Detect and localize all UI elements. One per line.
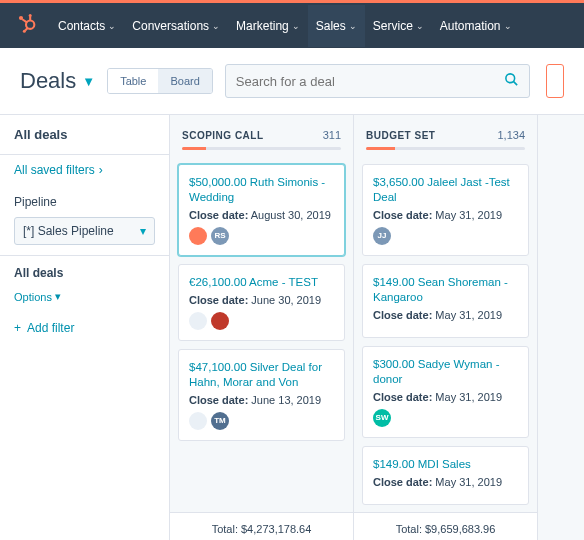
nav-service[interactable]: Service⌄ (365, 5, 432, 47)
top-nav: Contacts⌄Conversations⌄Marketing⌄Sales⌄S… (0, 0, 584, 48)
svg-line-8 (513, 81, 517, 85)
avatar: SW (373, 409, 391, 427)
nav-conversations[interactable]: Conversations⌄ (124, 5, 228, 47)
pipeline-select[interactable]: [*] Sales Pipeline ▾ (14, 217, 155, 245)
svg-point-4 (29, 14, 32, 17)
chevron-down-icon: ▾ (140, 224, 146, 238)
svg-point-6 (23, 30, 26, 33)
all-saved-filters-link[interactable]: All saved filters › (0, 155, 169, 185)
deal-card[interactable]: $50,000.00 Ruth Simonis - WeddingClose d… (178, 164, 345, 256)
column-count: 311 (323, 129, 341, 141)
chevron-right-icon: › (99, 163, 103, 177)
board-column: SCOPING CALL311$50,000.00 Ruth Simonis -… (170, 115, 354, 540)
svg-line-2 (22, 19, 27, 22)
chevron-down-icon: ⌄ (349, 21, 357, 31)
deal-close-date: Close date: May 31, 2019 (373, 309, 518, 321)
nav-sales[interactable]: Sales⌄ (308, 5, 365, 47)
nav-marketing[interactable]: Marketing⌄ (228, 5, 308, 47)
column-title: BUDGET SET (366, 130, 435, 141)
deal-title: $149.00 Sean Shoreman - Kangaroo (373, 275, 518, 305)
deal-card[interactable]: $3,650.00 Jaleel Jast -Test DealClose da… (362, 164, 529, 256)
deal-title: $300.00 Sadye Wyman - donor (373, 357, 518, 387)
deal-close-date: Close date: May 31, 2019 (373, 209, 518, 221)
add-filter-button[interactable]: + Add filter (0, 311, 169, 345)
avatar (189, 312, 207, 330)
avatar: RS (211, 227, 229, 245)
deal-card[interactable]: $149.00 Sean Shoreman - KangarooClose da… (362, 264, 529, 338)
deal-close-date: Close date: June 13, 2019 (189, 394, 334, 406)
avatar (189, 227, 207, 245)
sub-header: Deals ▼ Table Board (0, 48, 584, 115)
nav-automation[interactable]: Automation⌄ (432, 5, 520, 47)
deal-close-date: Close date: May 31, 2019 (373, 476, 518, 488)
avatar (211, 312, 229, 330)
column-title: SCOPING CALL (182, 130, 264, 141)
chevron-down-icon: ⌄ (108, 21, 116, 31)
deal-close-date: Close date: June 30, 2019 (189, 294, 334, 306)
options-link[interactable]: Options ▾ (14, 290, 155, 303)
action-button[interactable] (546, 64, 564, 98)
deal-card[interactable]: $149.00 MDI SalesClose date: May 31, 201… (362, 446, 529, 505)
column-total: Total: $4,273,178.64 (170, 512, 353, 540)
view-toggle: Table Board (107, 68, 213, 94)
view-board[interactable]: Board (158, 69, 211, 93)
deal-card[interactable]: $47,100.00 Silver Deal for Hahn, Morar a… (178, 349, 345, 441)
svg-line-5 (25, 28, 28, 31)
board: SCOPING CALL311$50,000.00 Ruth Simonis -… (170, 115, 584, 540)
plus-icon: + (14, 321, 21, 335)
chevron-down-icon: ⌄ (504, 21, 512, 31)
search-icon (504, 72, 519, 90)
avatar: TM (211, 412, 229, 430)
board-column: BUDGET SET1,134$3,650.00 Jaleel Jast -Te… (354, 115, 538, 540)
sidebar: All deals All saved filters › Pipeline [… (0, 115, 170, 540)
hubspot-logo (16, 13, 36, 38)
deal-close-date: Close date: August 30, 2019 (189, 209, 334, 221)
view-table[interactable]: Table (108, 69, 158, 93)
page-title[interactable]: Deals ▼ (20, 68, 95, 94)
deal-close-date: Close date: May 31, 2019 (373, 391, 518, 403)
deal-title: $149.00 MDI Sales (373, 457, 518, 472)
search-box[interactable] (225, 64, 530, 98)
deal-card[interactable]: $300.00 Sadye Wyman - donorClose date: M… (362, 346, 529, 438)
svg-point-7 (506, 74, 515, 83)
avatar (189, 412, 207, 430)
sidebar-section-all-deals: All deals (0, 255, 169, 290)
search-input[interactable] (236, 74, 504, 89)
deal-card[interactable]: €26,100.00 Acme - TESTClose date: June 3… (178, 264, 345, 341)
deal-title: $50,000.00 Ruth Simonis - Wedding (189, 175, 334, 205)
column-total: Total: $9,659,683.96 (354, 512, 537, 540)
dropdown-icon: ▼ (82, 74, 95, 89)
chevron-down-icon: ⌄ (292, 21, 300, 31)
chevron-down-icon: ▾ (55, 290, 61, 303)
nav-contacts[interactable]: Contacts⌄ (50, 5, 124, 47)
chevron-down-icon: ⌄ (416, 21, 424, 31)
column-count: 1,134 (497, 129, 525, 141)
avatar: JJ (373, 227, 391, 245)
deal-title: €26,100.00 Acme - TEST (189, 275, 334, 290)
deal-title: $3,650.00 Jaleel Jast -Test Deal (373, 175, 518, 205)
chevron-down-icon: ⌄ (212, 21, 220, 31)
pipeline-label: Pipeline (0, 185, 169, 213)
deal-title: $47,100.00 Silver Deal for Hahn, Morar a… (189, 360, 334, 390)
sidebar-all-deals[interactable]: All deals (0, 115, 169, 155)
